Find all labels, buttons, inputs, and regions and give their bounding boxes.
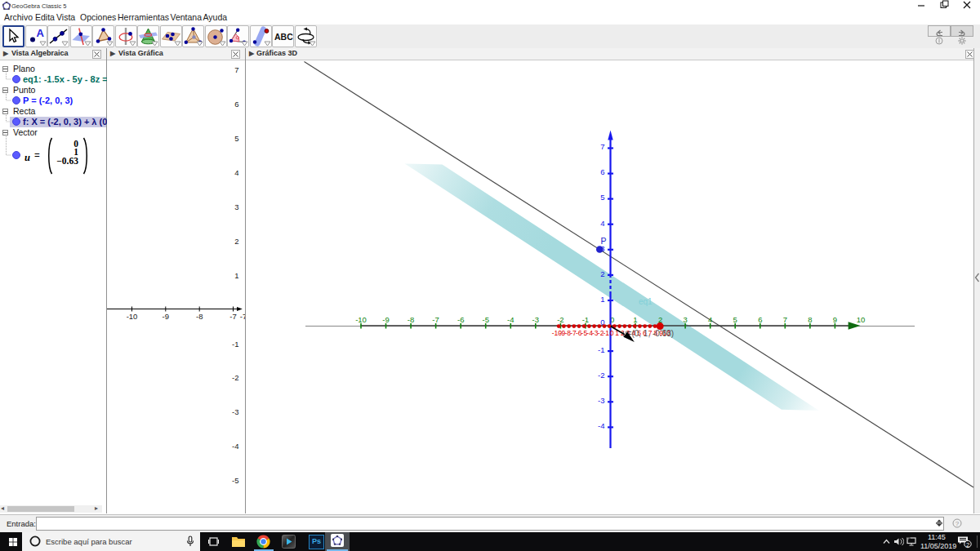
svg-text:2: 2: [658, 315, 662, 324]
svg-text:-2: -2: [232, 373, 238, 382]
svg-text:-7: -7: [240, 312, 245, 321]
svg-text:-8: -8: [408, 315, 414, 324]
svg-text:6: 6: [600, 167, 604, 176]
svg-text:ABC: ABC: [274, 32, 293, 42]
svg-text:1: 1: [633, 315, 637, 324]
svg-text:-6: -6: [457, 315, 464, 324]
svg-text:8: 8: [808, 315, 812, 324]
svg-text:1: 1: [600, 295, 604, 304]
svg-text:A: A: [36, 27, 44, 39]
svg-text:7: 7: [783, 315, 787, 324]
svg-text:-2: -2: [598, 371, 604, 380]
svg-text:-7: -7: [229, 312, 236, 321]
svg-text:4: 4: [234, 168, 238, 177]
svg-text:eq1: eq1: [639, 297, 653, 306]
svg-text:-4: -4: [598, 421, 604, 430]
svg-text:-3: -3: [232, 407, 238, 416]
svg-text:6: 6: [234, 100, 238, 109]
svg-text:-3: -3: [532, 315, 539, 324]
svg-text:P: P: [601, 236, 607, 246]
svg-text:7: 7: [234, 65, 238, 74]
svg-text:3: 3: [683, 315, 687, 324]
svg-text:6: 6: [758, 315, 762, 324]
svg-text:?: ?: [956, 520, 960, 527]
svg-text:-5: -5: [482, 315, 488, 324]
svg-text:2: 2: [966, 541, 969, 549]
svg-text:7: 7: [600, 142, 604, 151]
svg-text:-2: -2: [557, 315, 564, 324]
svg-text:5: 5: [600, 193, 604, 202]
svg-text:-1: -1: [582, 315, 589, 324]
svg-text:5: 5: [234, 134, 238, 143]
svg-text:2: 2: [600, 269, 604, 278]
svg-text:-10: -10: [355, 315, 367, 324]
svg-text:-10: -10: [127, 312, 138, 321]
svg-text:-9: -9: [382, 315, 389, 324]
svg-text:10: 10: [857, 315, 866, 324]
svg-text:3: 3: [234, 202, 238, 211]
svg-text:1: 1: [234, 271, 238, 280]
svg-text:5: 5: [733, 315, 737, 324]
svg-text:2: 2: [234, 237, 238, 246]
svg-text:-4: -4: [507, 315, 514, 324]
svg-text:-1: -1: [604, 329, 610, 337]
svg-text:−0.63: −0.63: [56, 156, 78, 166]
svg-text:4: 4: [708, 315, 712, 324]
svg-text:-7: -7: [432, 315, 439, 324]
svg-text:9: 9: [833, 315, 837, 324]
svg-text:4: 4: [600, 219, 604, 228]
svg-text:-1: -1: [598, 345, 604, 354]
svg-text:-1: -1: [232, 340, 238, 349]
svg-text:-4: -4: [232, 442, 238, 451]
svg-text:-5: -5: [232, 476, 238, 485]
svg-text:0: 0: [610, 329, 614, 337]
svg-text:-3: -3: [598, 396, 604, 405]
svg-text:-8: -8: [196, 312, 203, 321]
svg-text:-9: -9: [163, 312, 169, 321]
